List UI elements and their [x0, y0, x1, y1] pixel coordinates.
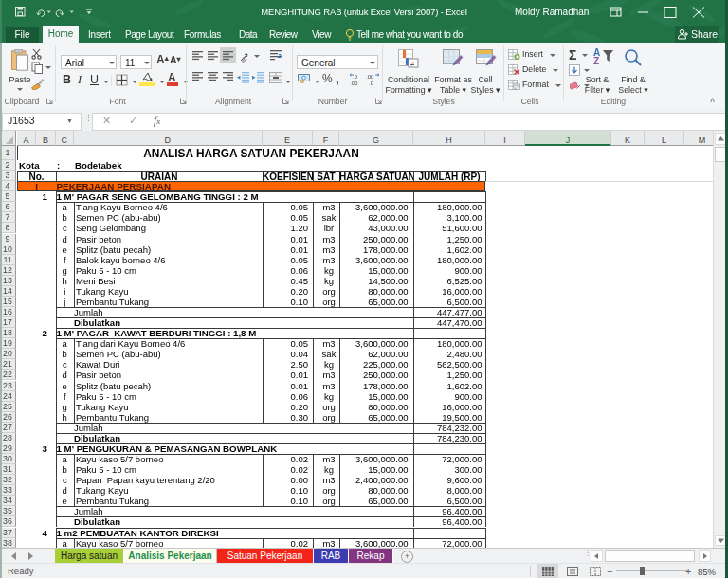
svg-text:.00: .00: [350, 81, 358, 86]
svg-text:.0: .0: [369, 81, 374, 86]
svg-text:.00: .00: [366, 74, 374, 80]
svg-text:≠: ≠: [410, 60, 415, 68]
